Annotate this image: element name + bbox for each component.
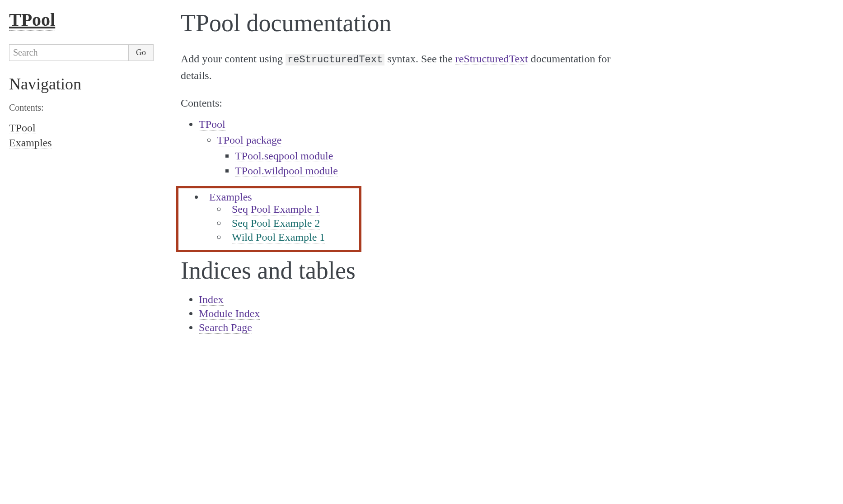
intro-mid: syntax. See the [384, 53, 455, 65]
toc-item-tpool-package: TPool package TPool.seqpool module TPool… [217, 134, 642, 177]
intro-code: reStructuredText [286, 54, 384, 65]
indices-link-module-index[interactable]: Module Index [199, 308, 260, 320]
go-button[interactable]: Go [128, 44, 154, 61]
site-title[interactable]: TPool [9, 9, 55, 31]
indices-link-index[interactable]: Index [199, 294, 224, 306]
toc-item-seq-ex1: Seq Pool Example 1 [217, 203, 356, 215]
toc-link-tpool-package[interactable]: TPool package [217, 134, 281, 146]
intro-paragraph: Add your content using reStructuredText … [181, 51, 642, 84]
indices-item-module-index: Module Index [199, 308, 642, 320]
toc-item-wildpool: TPool.wildpool module [235, 165, 642, 177]
sidebar: TPool Go Navigation Contents: TPool Exam… [0, 0, 163, 504]
toc-link-seq-ex1[interactable]: Seq Pool Example 1 [232, 203, 320, 215]
toc-link-wildpool[interactable]: TPool.wildpool module [235, 165, 338, 177]
toc: TPool TPool package TPool.seqpool module… [181, 118, 642, 177]
toc-item-tpool: TPool TPool package TPool.seqpool module… [199, 118, 642, 177]
page-title: TPool documentation [181, 9, 642, 37]
sidebar-item-examples[interactable]: Examples [9, 137, 52, 149]
toc-item-seq-ex2: Seq Pool Example 2 [217, 217, 356, 229]
toc-link-seq-ex2[interactable]: Seq Pool Example 2 [232, 217, 320, 229]
main-content: TPool documentation Add your content usi… [163, 0, 660, 504]
restructuredtext-link[interactable]: reStructuredText [455, 53, 528, 65]
sidebar-item-tpool[interactable]: TPool [9, 122, 36, 134]
search-form: Go [9, 44, 154, 61]
highlight-box: Examples Seq Pool Example 1 Seq Pool Exa… [176, 186, 361, 252]
nav-list: TPool Examples [9, 122, 154, 149]
indices-item-index: Index [199, 294, 642, 306]
indices-list: Index Module Index Search Page [181, 294, 642, 334]
toc-item-wild-ex1: Wild Pool Example 1 [217, 231, 356, 243]
intro-prefix: Add your content using [181, 53, 286, 65]
indices-item-search-page: Search Page [199, 322, 642, 334]
toc-item-seqpool: TPool.seqpool module [235, 150, 642, 162]
indices-heading: Indices and tables [181, 257, 642, 285]
toc-item-examples: Examples Seq Pool Example 1 Seq Pool Exa… [195, 191, 356, 243]
contents-label: Contents: [181, 97, 642, 109]
nav-heading: Navigation [9, 75, 154, 93]
indices-link-search-page[interactable]: Search Page [199, 322, 252, 334]
toc-link-examples[interactable]: Examples [209, 191, 252, 203]
toc-link-seqpool[interactable]: TPool.seqpool module [235, 150, 333, 162]
search-input[interactable] [9, 44, 128, 61]
toc-link-tpool[interactable]: TPool [199, 118, 225, 131]
toc-link-wild-ex1[interactable]: Wild Pool Example 1 [232, 231, 325, 243]
nav-contents-label: Contents: [9, 103, 154, 113]
